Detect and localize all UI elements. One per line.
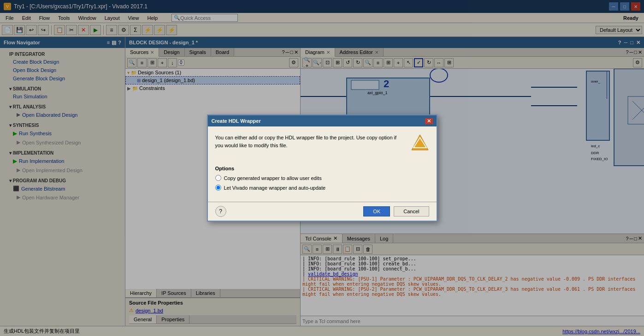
modal-cancel-button[interactable]: Cancel xyxy=(394,206,429,216)
modal-close-button[interactable]: ✕ xyxy=(425,118,433,124)
create-hdl-wrapper-modal: Create HDL Wrapper ✕ You can either add … xyxy=(207,114,437,222)
modal-overlay: Create HDL Wrapper ✕ You can either add … xyxy=(0,0,644,336)
modal-ok-button[interactable]: OK xyxy=(363,206,390,216)
modal-vivado-icon xyxy=(411,134,429,158)
modal-option-copy: Copy generated wrapper to allow user edi… xyxy=(215,175,429,181)
modal-help-button[interactable]: ? xyxy=(215,206,226,217)
modal-title: Create HDL Wrapper xyxy=(212,118,261,124)
modal-body: You can either add or copy the HDL wrapp… xyxy=(208,126,437,202)
modal-option-vivado: Let Vivado manage wrapper and auto-updat… xyxy=(215,185,429,191)
copy-wrapper-radio[interactable] xyxy=(215,175,221,181)
vivado-manage-radio[interactable] xyxy=(215,185,221,191)
modal-header: Create HDL Wrapper ✕ xyxy=(208,115,437,126)
modal-footer: ? OK Cancel xyxy=(208,202,437,221)
modal-description: You can either add or copy the HDL wrapp… xyxy=(215,134,429,158)
copy-wrapper-label: Copy generated wrapper to allow user edi… xyxy=(224,175,322,181)
modal-description-text: You can either add or copy the HDL wrapp… xyxy=(215,135,397,148)
vivado-logo-svg xyxy=(411,134,429,152)
modal-options-title: Options xyxy=(215,166,429,171)
vivado-manage-label: Let Vivado manage wrapper and auto-updat… xyxy=(224,185,326,191)
